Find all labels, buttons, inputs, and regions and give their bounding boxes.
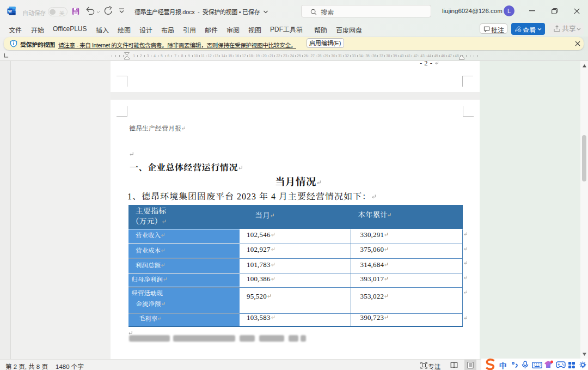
svg-text:W: W <box>8 9 13 14</box>
